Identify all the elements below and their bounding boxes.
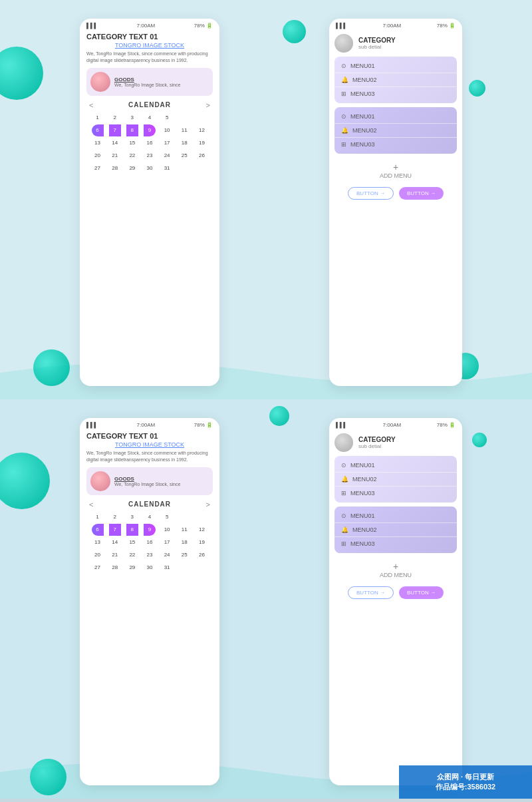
cal-day[interactable]: 26 <box>196 549 207 561</box>
cal-day[interactable]: 1 <box>92 112 104 124</box>
cal-day[interactable]: 29 <box>126 562 138 574</box>
menu-item[interactable]: ⊞ MENU03 <box>334 537 457 550</box>
cal-day[interactable]: 16 <box>144 536 156 548</box>
plus-icon-p2: + <box>333 561 458 572</box>
cal-next-p1[interactable]: > <box>206 101 210 109</box>
cal-prev-p1[interactable]: < <box>89 101 93 109</box>
btn1-p2[interactable]: BUTTON → <box>348 586 394 599</box>
cal-day[interactable]: 17 <box>161 137 173 149</box>
menu-item[interactable]: ⊞ MENU03 <box>334 87 457 100</box>
cal-day[interactable]: 31 <box>161 162 173 174</box>
cal-day-6-p2[interactable]: 6 <box>92 524 104 536</box>
cal-day[interactable]: 1 <box>92 511 104 523</box>
cal-day-8-p2[interactable]: 8 <box>126 524 138 536</box>
cal-day[interactable]: 11 <box>178 124 190 136</box>
menu-item[interactable]: 🔔 MENU02 <box>334 523 457 537</box>
add-menu-section-p2: + ADD MENU <box>329 557 462 582</box>
cal-day[interactable]: 5 <box>161 511 173 523</box>
cal-day-8[interactable]: 8 <box>126 124 138 136</box>
cal-day[interactable]: 13 <box>92 137 104 149</box>
category-title-p1: CATEGORY TEXT 01 <box>86 33 213 41</box>
menu-label: MENU02 <box>352 476 377 483</box>
cal-day[interactable]: 28 <box>109 162 121 174</box>
cal-day[interactable]: 28 <box>109 562 121 574</box>
btn2-p1[interactable]: BUTTON → <box>399 187 444 200</box>
btn1-p1[interactable]: BUTTON → <box>348 187 394 200</box>
cal-day[interactable]: 19 <box>196 137 207 149</box>
signal-left-p2: ▌▌▌ <box>86 422 98 428</box>
menu-item[interactable]: ⊙ MENU01 <box>334 459 457 473</box>
cal-day[interactable]: 30 <box>144 162 156 174</box>
goods-title-p2: GOODS <box>114 476 180 482</box>
cal-day[interactable]: 2 <box>109 112 121 124</box>
cal-day[interactable]: 25 <box>178 549 190 561</box>
cal-day[interactable]: 5 <box>161 112 173 124</box>
cal-day[interactable]: 18 <box>178 137 190 149</box>
cal-day[interactable]: 16 <box>144 137 156 149</box>
cal-day[interactable]: 21 <box>109 150 121 162</box>
watermark: 众图网 · 每日更新 作品编号:3586032 <box>399 765 532 799</box>
location-icon-p2: ⊙ <box>341 462 346 469</box>
menu-item[interactable]: ⊙ MENU01 <box>334 59 457 73</box>
cal-day-9[interactable]: 9 <box>144 124 156 136</box>
cal-day[interactable]: 23 <box>144 549 156 561</box>
cal-day-9-p2[interactable]: 9 <box>144 524 156 536</box>
tongro-link-p2[interactable]: TONGRO IMAGE STOCK <box>86 441 213 448</box>
cal-day[interactable]: 27 <box>92 162 104 174</box>
watermark-text: 众图网 · 每日更新 作品编号:3586032 <box>436 772 496 793</box>
menu-item[interactable]: ⊙ MENU01 <box>334 110 457 124</box>
cal-day[interactable]: 2 <box>109 511 121 523</box>
cal-day[interactable]: 11 <box>178 524 190 536</box>
cal-day[interactable]: 3 <box>126 511 138 523</box>
cal-prev-p2[interactable]: < <box>89 501 93 508</box>
status-bar-left-p2: ▌▌▌ 7:00AM 78% 🔋 <box>80 418 219 429</box>
cal-day-7[interactable]: 7 <box>109 124 121 136</box>
bell-icon: 🔔 <box>341 77 348 83</box>
cal-day[interactable]: 31 <box>161 562 173 574</box>
cal-day[interactable]: 27 <box>92 562 104 574</box>
cal-day[interactable]: 18 <box>178 536 190 548</box>
cal-day[interactable]: 15 <box>126 137 138 149</box>
menu-item[interactable]: ⊙ MENU01 <box>334 509 457 523</box>
cal-day[interactable]: 10 <box>161 524 173 536</box>
cal-day[interactable]: 22 <box>126 150 138 162</box>
cal-day[interactable]: 30 <box>144 562 156 574</box>
cal-day[interactable]: 23 <box>144 150 156 162</box>
cal-day[interactable]: 21 <box>109 549 121 561</box>
cal-day[interactable]: 17 <box>161 536 173 548</box>
cal-day[interactable]: 20 <box>92 549 104 561</box>
cal-day[interactable]: 22 <box>126 549 138 561</box>
cal-day-6[interactable]: 6 <box>92 124 104 136</box>
tongro-link-p1[interactable]: TONGRO IMAGE STOCK <box>86 42 213 49</box>
cal-day[interactable]: 29 <box>126 162 138 174</box>
calendar-section-p2: < CALENDAR > 1 2 3 4 5 6 7 8 9 10 <box>86 501 213 574</box>
cal-day[interactable]: 12 <box>196 524 207 536</box>
menu-item[interactable]: ⊞ MENU03 <box>334 487 457 500</box>
cal-day[interactable]: 14 <box>109 536 121 548</box>
right-avatar-p2: CATEGORY sub detial <box>329 429 462 456</box>
menu-label: MENU03 <box>350 91 375 97</box>
menu-item[interactable]: 🔔 MENU02 <box>334 124 457 138</box>
cal-day[interactable]: 19 <box>196 536 207 548</box>
cal-day[interactable]: 15 <box>126 536 138 548</box>
cal-day[interactable]: 3 <box>126 112 138 124</box>
cal-next-p2[interactable]: > <box>206 501 210 508</box>
cal-day[interactable]: 13 <box>92 536 104 548</box>
cal-day[interactable]: 4 <box>144 112 156 124</box>
cal-day[interactable]: 24 <box>161 150 173 162</box>
cal-day[interactable]: 25 <box>178 150 190 162</box>
cal-day[interactable]: 12 <box>196 124 207 136</box>
cal-day[interactable]: 24 <box>161 549 173 561</box>
menu-item[interactable]: ⊞ MENU03 <box>334 138 457 151</box>
cal-day[interactable]: 26 <box>196 150 207 162</box>
cal-day[interactable]: 10 <box>161 124 173 136</box>
goods-title-p1: GOODS <box>114 77 180 83</box>
cal-day[interactable]: 4 <box>144 511 156 523</box>
menu-item[interactable]: 🔔 MENU02 <box>334 73 457 87</box>
menu-item[interactable]: 🔔 MENU02 <box>334 473 457 487</box>
cal-day-7-p2[interactable]: 7 <box>109 524 121 536</box>
cal-day[interactable]: 20 <box>92 150 104 162</box>
cal-day[interactable]: 14 <box>109 137 121 149</box>
btn2-p2[interactable]: BUTTON → <box>399 586 444 599</box>
goods-card-p1: GOODS We, TongRo Image Stock, since <box>86 68 213 96</box>
